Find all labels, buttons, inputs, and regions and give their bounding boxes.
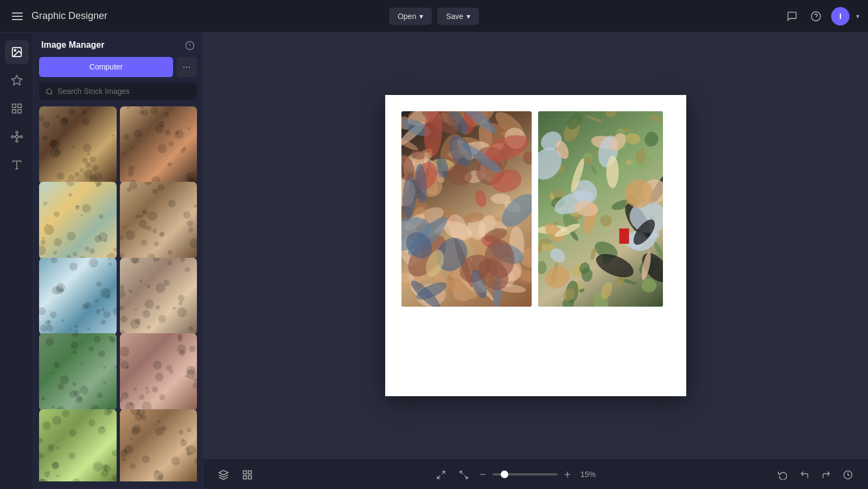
svg-point-11 xyxy=(20,136,22,138)
zoom-label: 15% xyxy=(577,470,599,479)
toolbar-left xyxy=(214,465,257,484)
open-button[interactable]: Open ▾ xyxy=(389,8,432,25)
thumbnail-10[interactable] xyxy=(120,409,197,481)
zoom-slider[interactable] xyxy=(493,473,558,475)
thumbnail-5[interactable] xyxy=(39,258,117,335)
refresh-button[interactable] xyxy=(774,465,792,484)
open-label: Open xyxy=(398,12,416,21)
svg-rect-7 xyxy=(12,110,15,113)
svg-rect-28 xyxy=(244,475,247,479)
save-chevron-icon: ▾ xyxy=(467,12,470,21)
canvas-image-right[interactable] xyxy=(538,111,663,307)
save-button[interactable]: Save ▾ xyxy=(437,8,479,25)
avatar-dropdown-icon[interactable]: ▾ xyxy=(856,12,859,20)
svg-rect-8 xyxy=(17,110,21,113)
undo-button[interactable] xyxy=(795,465,814,484)
thumbnail-7[interactable] xyxy=(39,333,117,411)
info-button[interactable] xyxy=(185,40,195,50)
help-button[interactable] xyxy=(807,7,825,25)
bottom-toolbar: － ＋ 15% xyxy=(203,459,868,489)
svg-line-30 xyxy=(442,471,445,474)
sidebar-shapes-btn[interactable] xyxy=(5,125,29,149)
thumbnail-4[interactable] xyxy=(120,182,197,259)
save-label: Save xyxy=(446,12,463,21)
svg-point-12 xyxy=(16,140,18,142)
hamburger-menu[interactable] xyxy=(9,9,26,23)
toolbar-center: － ＋ 15% xyxy=(432,465,599,484)
redo-button[interactable] xyxy=(817,465,835,484)
thumbnail-9[interactable] xyxy=(39,409,117,481)
search-icon xyxy=(46,87,53,96)
svg-rect-5 xyxy=(12,104,15,107)
open-chevron-icon: ▾ xyxy=(419,12,423,21)
panel-title: Image Manager xyxy=(41,40,104,50)
panel-tabs: Computer ··· xyxy=(39,57,197,77)
thumbnail-8[interactable] xyxy=(120,333,197,411)
tab-more[interactable]: ··· xyxy=(176,57,197,77)
design-canvas xyxy=(385,95,686,396)
canvas-area: － ＋ 15% xyxy=(203,33,868,489)
thumbnail-6[interactable] xyxy=(120,258,197,335)
thumbnail-3[interactable] xyxy=(39,182,117,259)
svg-line-24 xyxy=(51,93,53,95)
image-grid xyxy=(39,106,197,481)
sidebar-filter-btn[interactable] xyxy=(5,68,29,92)
topbar: Graphic Designer Open ▾ Save ▾ I ▾ xyxy=(0,0,868,33)
svg-line-32 xyxy=(460,471,463,474)
svg-line-33 xyxy=(465,475,468,478)
canvas-viewport[interactable] xyxy=(203,33,868,459)
thumbnail-2[interactable] xyxy=(120,106,197,184)
avatar[interactable]: I xyxy=(831,7,850,26)
svg-line-31 xyxy=(437,475,440,478)
canvas-image-left[interactable] xyxy=(401,111,532,307)
history-button[interactable] xyxy=(839,465,857,484)
svg-point-23 xyxy=(47,89,52,94)
zoom-out-button[interactable]: － xyxy=(477,467,488,481)
image-panel: Image Manager Computer ··· xyxy=(34,33,203,489)
svg-marker-25 xyxy=(219,470,228,474)
main-content: Image Manager Computer ··· xyxy=(0,33,868,489)
layers-button[interactable] xyxy=(214,465,233,484)
svg-point-3 xyxy=(14,49,16,51)
sidebar-image-btn[interactable] xyxy=(5,40,29,64)
crop-view-button[interactable] xyxy=(455,465,473,484)
toolbar-right xyxy=(774,465,857,484)
sidebar-layout-btn[interactable] xyxy=(5,97,29,120)
topbar-left: Graphic Designer xyxy=(9,9,389,23)
zoom-in-button[interactable]: ＋ xyxy=(562,467,573,481)
zoom-control: － ＋ 15% xyxy=(432,465,599,484)
fit-view-button[interactable] xyxy=(432,465,450,484)
sidebar-text-btn[interactable] xyxy=(5,153,29,177)
svg-point-13 xyxy=(11,136,13,138)
panel-header: Image Manager xyxy=(39,40,197,50)
svg-rect-6 xyxy=(17,104,21,107)
svg-rect-29 xyxy=(248,475,252,479)
svg-rect-26 xyxy=(244,471,247,474)
svg-point-9 xyxy=(15,135,18,138)
topbar-right: I ▾ xyxy=(479,7,859,26)
tab-computer[interactable]: Computer xyxy=(39,57,173,77)
svg-point-10 xyxy=(16,131,18,134)
grid-button[interactable] xyxy=(238,465,257,484)
svg-rect-27 xyxy=(248,471,252,474)
topbar-center: Open ▾ Save ▾ xyxy=(389,8,479,25)
chat-button[interactable] xyxy=(783,7,801,25)
menu-icon xyxy=(12,12,23,20)
avatar-letter: I xyxy=(839,11,841,21)
app-title: Graphic Designer xyxy=(31,10,107,22)
search-bar xyxy=(39,82,197,100)
thumbnail-1[interactable] xyxy=(39,106,117,184)
svg-marker-4 xyxy=(11,75,21,85)
search-input[interactable] xyxy=(58,87,190,96)
icon-sidebar xyxy=(0,33,34,489)
